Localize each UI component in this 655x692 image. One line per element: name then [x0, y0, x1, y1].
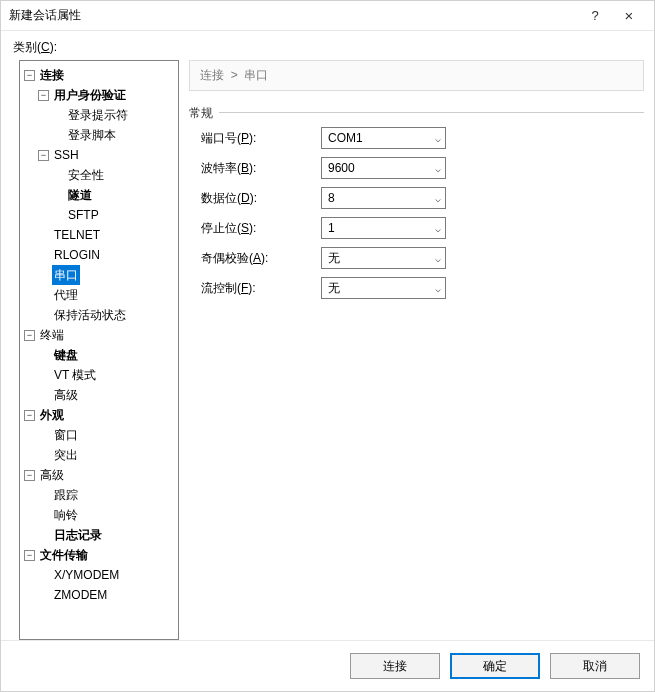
help-button[interactable]: ? [578, 8, 612, 23]
tree-serial[interactable]: 串口 [52, 265, 80, 285]
parity-select[interactable]: 无 ⌵ [321, 247, 446, 269]
tree-log[interactable]: 日志记录 [52, 525, 104, 545]
tree-auth[interactable]: 用户身份验证 [52, 85, 128, 105]
window-title: 新建会话属性 [9, 7, 578, 24]
tree-login-prompt[interactable]: 登录提示符 [66, 105, 130, 125]
flow-select[interactable]: 无 ⌵ [321, 277, 446, 299]
parity-label: 奇偶校验(A): [201, 250, 321, 267]
data-select[interactable]: 8 ⌵ [321, 187, 446, 209]
cancel-button[interactable]: 取消 [550, 653, 640, 679]
toggle-appearance[interactable]: − [24, 410, 35, 421]
tree-keyboard[interactable]: 键盘 [52, 345, 80, 365]
tree-terminal[interactable]: 终端 [38, 325, 66, 345]
tree-highlight[interactable]: 突出 [52, 445, 80, 465]
tree-trace[interactable]: 跟踪 [52, 485, 80, 505]
titlebar: 新建会话属性 ? × [1, 1, 654, 31]
toggle-auth[interactable]: − [38, 90, 49, 101]
tree-term-adv[interactable]: 高级 [52, 385, 80, 405]
tree-security[interactable]: 安全性 [66, 165, 106, 185]
baud-label: 波特率(B): [201, 160, 321, 177]
tree-login-script[interactable]: 登录脚本 [66, 125, 118, 145]
breadcrumb: 连接 > 串口 [189, 60, 644, 91]
close-button[interactable]: × [612, 7, 646, 24]
parity-value: 无 [328, 250, 340, 267]
port-label: 端口号(P): [201, 130, 321, 147]
toggle-terminal[interactable]: − [24, 330, 35, 341]
flow-label: 流控制(F): [201, 280, 321, 297]
port-select[interactable]: COM1 ⌵ [321, 127, 446, 149]
baud-value: 9600 [328, 161, 355, 175]
general-group: 常规 端口号(P): COM1 ⌵ 波特率(B): 9600 ⌵ [189, 105, 644, 325]
chevron-down-icon: ⌵ [435, 253, 441, 264]
flow-value: 无 [328, 280, 340, 297]
dialog-footer: 连接 确定 取消 [1, 640, 654, 691]
ok-button[interactable]: 确定 [450, 653, 540, 679]
stop-value: 1 [328, 221, 335, 235]
tree-window[interactable]: 窗口 [52, 425, 80, 445]
chevron-down-icon: ⌵ [435, 193, 441, 204]
category-label: 类别(C): [1, 31, 654, 60]
breadcrumb-sep: > [231, 68, 238, 82]
toggle-connection[interactable]: − [24, 70, 35, 81]
tree-ssh[interactable]: SSH [52, 145, 81, 165]
tree-connection[interactable]: 连接 [38, 65, 66, 85]
toggle-advanced[interactable]: − [24, 470, 35, 481]
data-value: 8 [328, 191, 335, 205]
breadcrumb-part-b: 串口 [244, 68, 268, 82]
chevron-down-icon: ⌵ [435, 133, 441, 144]
tree-sftp[interactable]: SFTP [66, 205, 101, 225]
tree-tunnel[interactable]: 隧道 [66, 185, 94, 205]
tree-filetransfer[interactable]: 文件传输 [38, 545, 90, 565]
baud-select[interactable]: 9600 ⌵ [321, 157, 446, 179]
tree-proxy[interactable]: 代理 [52, 285, 80, 305]
tree-xymodem[interactable]: X/YMODEM [52, 565, 121, 585]
tree-rlogin[interactable]: RLOGIN [52, 245, 102, 265]
stop-label: 停止位(S): [201, 220, 321, 237]
tree-keepalive[interactable]: 保持活动状态 [52, 305, 128, 325]
stop-select[interactable]: 1 ⌵ [321, 217, 446, 239]
chevron-down-icon: ⌵ [435, 283, 441, 294]
tree-bell[interactable]: 响铃 [52, 505, 80, 525]
tree-appearance[interactable]: 外观 [38, 405, 66, 425]
tree-telnet[interactable]: TELNET [52, 225, 102, 245]
data-label: 数据位(D): [201, 190, 321, 207]
port-value: COM1 [328, 131, 363, 145]
tree-advanced[interactable]: 高级 [38, 465, 66, 485]
general-legend: 常规 [189, 105, 219, 122]
chevron-down-icon: ⌵ [435, 223, 441, 234]
tree-vt[interactable]: VT 模式 [52, 365, 98, 385]
breadcrumb-part-a: 连接 [200, 68, 224, 82]
content-panel: 连接 > 串口 常规 端口号(P): COM1 ⌵ 波特率(B): [189, 60, 644, 640]
connect-button[interactable]: 连接 [350, 653, 440, 679]
toggle-filetransfer[interactable]: − [24, 550, 35, 561]
chevron-down-icon: ⌵ [435, 163, 441, 174]
tree-zmodem[interactable]: ZMODEM [52, 585, 109, 605]
category-tree[interactable]: − 连接 − 用户身份验证 登录提示符 登录脚本 [19, 60, 179, 640]
toggle-ssh[interactable]: − [38, 150, 49, 161]
